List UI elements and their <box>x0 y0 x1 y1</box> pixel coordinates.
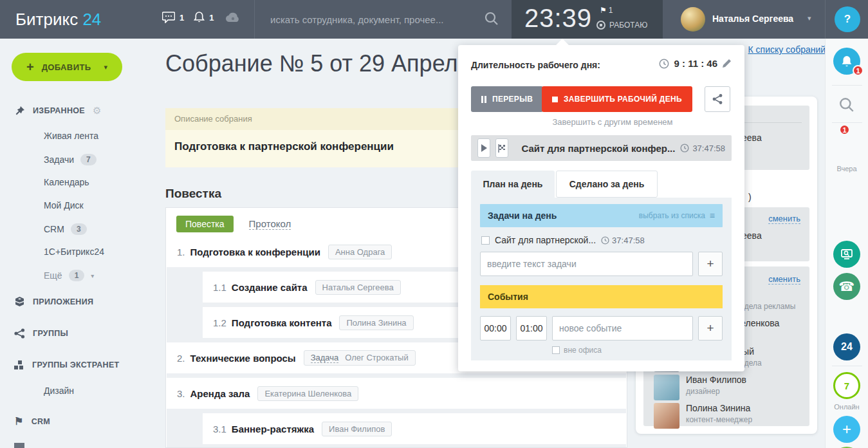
right-toolbar: 1 1 Вчера ☎ 24 7 Онлайн + ☎ <box>825 39 868 448</box>
events-header: События <box>480 285 723 308</box>
workday-duration-label: Длительность рабочего дня: <box>471 60 600 70</box>
tab-done-for-day[interactable]: Сделано за день <box>556 171 658 198</box>
workday-duration-value: 9 : 11 : 46 <box>674 58 717 69</box>
sidebar-item-design[interactable]: Дизайн <box>44 386 74 396</box>
sidebar-item-crm[interactable]: CRM 3 <box>44 223 87 235</box>
global-search[interactable] <box>270 9 502 30</box>
notifications-button[interactable]: 1 <box>833 48 860 75</box>
current-task-time: 37:47:58 <box>680 144 725 153</box>
help-button[interactable]: ? <box>835 6 860 32</box>
logo-text: Битрикс <box>15 10 78 29</box>
clock-icon <box>659 59 669 69</box>
sidebar-section-crm[interactable]: ⚑ CRM <box>14 415 50 427</box>
page-title: Собрание № 5 от 29 Апреля <box>165 50 470 77</box>
choose-from-list-link[interactable]: выбрать из списка≡ <box>639 210 715 221</box>
finish-workday-button[interactable]: ЗАВЕРШИТЬ РАБОЧИЙ ДЕНЬ <box>542 86 692 112</box>
sidebar-item-1c-bitrix24[interactable]: 1С+Битрикс24 <box>44 247 104 257</box>
out-of-office-row: вне офиса <box>552 346 723 355</box>
current-task-bar: Сайт для партнерской конфер... 37:47:58 <box>471 135 732 161</box>
pin-icon <box>14 106 25 117</box>
break-button[interactable]: ПЕРЕРЫВ <box>471 86 543 112</box>
share-button[interactable] <box>705 86 730 112</box>
gear-icon[interactable]: ⚙ <box>93 105 102 117</box>
member-row: Иван Филиповдизайнер <box>654 375 746 400</box>
change-link[interactable]: сменить <box>768 214 800 224</box>
person-badge: Задача Олег Строкатый <box>304 350 416 366</box>
add-button[interactable]: + ДОБАВИТЬ ▾ <box>12 53 122 81</box>
user-avatar[interactable] <box>681 7 705 32</box>
user-menu[interactable]: Наталья Сергеева ▾ <box>672 0 825 39</box>
worktime-widget[interactable]: 23:39 ⚑1 РАБОТАЮ <box>512 0 663 39</box>
sidebar-item-my-disk[interactable]: Мой Диск <box>44 200 84 210</box>
sidebar-section-groups[interactable]: ГРУППЫ <box>14 328 68 339</box>
add-event-button[interactable]: + <box>698 316 723 341</box>
clock-display: 23:39 <box>524 4 592 33</box>
topbar: Битрикс 24 1 1 23:39 ⚑1 РАБОТАЮ Наталья … <box>0 0 868 39</box>
call-contact-button[interactable]: ☎ <box>833 273 860 300</box>
cloud-disk-icon[interactable] <box>225 12 241 23</box>
new-event-input[interactable] <box>552 316 693 341</box>
sidebar-item-more[interactable]: Ещё 1 ▾ <box>44 270 94 281</box>
invite-add-button[interactable]: + <box>833 416 860 443</box>
out-of-office-checkbox[interactable] <box>552 346 560 354</box>
topbar-notifications: 1 1 <box>162 12 241 23</box>
sidebar-section-favorites[interactable]: ИЗБРАННОЕ ⚙ <box>14 105 102 117</box>
hamburger-icon: ≡ <box>710 210 715 221</box>
yesterday-label: Вчера <box>826 165 868 173</box>
work-status: РАБОТАЮ <box>596 21 647 30</box>
sidebar-item-tasks[interactable]: Задачи 7 <box>44 154 97 165</box>
back-to-meetings-link[interactable]: ↪ К списку собраний <box>736 44 826 55</box>
online-users-button[interactable]: 7 <box>833 372 860 399</box>
chevron-down-icon: ▾ <box>91 272 94 279</box>
flag-icon: ⚑ <box>14 415 24 427</box>
plus-icon: + <box>26 60 34 75</box>
workday-popup: Длительность рабочего дня: 9 : 11 : 46 П… <box>458 45 744 371</box>
chat-icon[interactable] <box>162 12 175 23</box>
crm-count-badge: 3 <box>71 223 87 235</box>
flag-count: 1 <box>609 6 613 15</box>
person-badge: Екатерина Шеленкова <box>257 386 358 401</box>
sidebar-next-section-icon <box>14 443 24 448</box>
play-button[interactable] <box>477 138 490 158</box>
current-task-title[interactable]: Сайт для партнерской конфер... <box>521 143 675 154</box>
notifications-badge: 1 <box>853 65 863 76</box>
event-time-to-input[interactable] <box>516 316 547 341</box>
logo[interactable]: Битрикс 24 <box>15 10 101 30</box>
bell-count: 1 <box>209 13 214 23</box>
status-record-icon <box>596 21 605 30</box>
sidebar-item-calendar[interactable]: Календарь <box>44 177 89 187</box>
search-icon[interactable] <box>484 11 499 26</box>
tab-plan-for-day[interactable]: План на день <box>471 171 555 198</box>
logo-24: 24 <box>82 10 101 29</box>
add-button-label: ДОБАВИТЬ <box>42 62 91 72</box>
add-task-button[interactable]: + <box>698 252 723 276</box>
bell-icon[interactable] <box>194 12 205 23</box>
sidebar-item-live-feed[interactable]: Живая лента <box>44 131 98 141</box>
person-badge: Полина Зинина <box>339 315 413 330</box>
sidebar-section-extranet-groups[interactable]: ГРУППЫ ЭКСТРАНЕТ <box>14 360 120 370</box>
bell-icon <box>841 55 853 68</box>
bitrix24-network-button[interactable]: 24 <box>833 333 860 360</box>
tab-agenda[interactable]: Повестка <box>176 216 234 232</box>
flag-icon: ⚑1 <box>600 6 613 15</box>
event-time-from-input[interactable] <box>480 316 511 341</box>
new-event-row: + <box>480 316 723 341</box>
task-link[interactable]: Задача <box>311 353 339 363</box>
agenda-item-3-1[interactable]: 3.1 Баннер-растяжка Иван Филипов <box>203 413 626 444</box>
search-input[interactable] <box>270 9 502 30</box>
more-count-badge: 1 <box>69 270 85 281</box>
task-checkbox[interactable] <box>481 236 490 245</box>
agenda-item-3[interactable]: 3. Аренда зала Екатерина Шеленкова <box>167 378 626 409</box>
pencil-edit-icon[interactable] <box>722 59 732 68</box>
sidebar-section-apps[interactable]: ПРИЛОЖЕНИЯ <box>14 296 93 307</box>
task-checkbox-label[interactable]: Сайт для партнерской... <box>495 235 596 245</box>
contacts-search-button[interactable] <box>838 97 855 113</box>
finish-flag-button[interactable] <box>495 138 508 158</box>
person-badge: Анна Одрага <box>328 245 392 259</box>
tab-protocol[interactable]: Протокол <box>249 218 291 230</box>
online-count: 7 <box>833 372 860 399</box>
change-link[interactable]: сменить <box>768 274 800 285</box>
finish-other-time-link[interactable]: Завершить с другим временем <box>532 117 693 127</box>
screen-search-button[interactable] <box>833 241 860 268</box>
new-task-input[interactable] <box>480 252 693 276</box>
